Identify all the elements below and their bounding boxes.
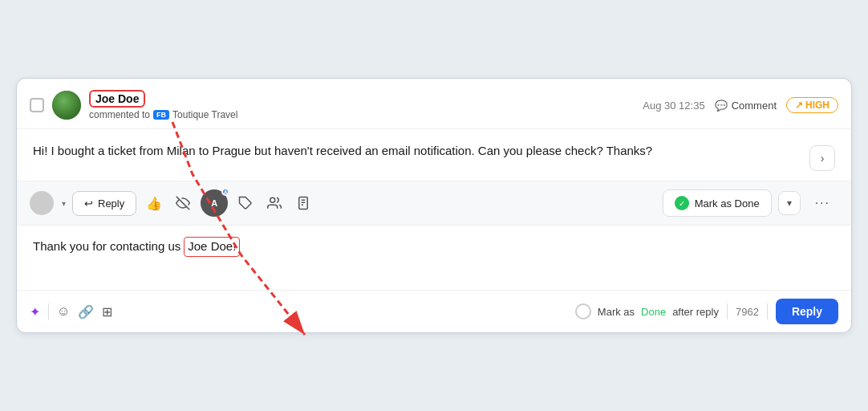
user-sub: commented to FB Toutique Travel	[89, 109, 237, 120]
done-check-icon: ✓	[675, 196, 689, 210]
reply-text: Thank you for contacting us Joe Doe!	[33, 237, 835, 257]
tag-icon[interactable]	[234, 192, 257, 214]
template-icon[interactable]: ⊞	[102, 304, 112, 319]
message-text: Hi! I bought a ticket from Milan to Prag…	[33, 142, 801, 161]
reply-label: Reply	[98, 197, 124, 210]
hide-icon[interactable]	[172, 192, 194, 214]
bottom-icons: ✦ ☺ 🔗 ⊞	[30, 303, 112, 319]
ai-dot: A	[221, 188, 229, 196]
select-checkbox[interactable]	[30, 98, 44, 112]
reply-icon: ↩	[84, 197, 93, 210]
more-options-button[interactable]: ···	[807, 190, 838, 216]
comment-type: 💬 Comment	[715, 100, 777, 112]
bottom-bar: ✦ ☺ 🔗 ⊞ Mark as Done after reply 7962 Re…	[17, 290, 851, 332]
user-action-text: commented to	[89, 109, 150, 120]
reply-prefix: Thank you for contacting us	[33, 238, 180, 256]
mark-done-label: Mark as Done	[695, 197, 760, 210]
mark-done-suffix: after reply	[672, 306, 719, 318]
icon-divider	[48, 303, 49, 319]
reply-area[interactable]: Thank you for contacting us Joe Doe!	[17, 226, 851, 290]
main-card: Joe Doe commented to FB Toutique Travel …	[16, 78, 852, 333]
toolbar: ▾ ↩ Reply 👍 A A	[17, 181, 851, 226]
link-icon[interactable]: 🔗	[78, 304, 94, 319]
priority-arrow-icon: ↗	[795, 100, 803, 111]
emoji-icon[interactable]: ☺	[57, 304, 70, 319]
mark-done-toggle[interactable]	[575, 303, 591, 319]
svg-point-2	[270, 197, 275, 202]
char-count: 7962	[736, 306, 759, 318]
agent-avatar	[30, 191, 54, 215]
header-meta: Aug 30 12:35 💬 Comment ↗ HIGH	[643, 97, 838, 113]
mark-done-dropdown-button[interactable]: ▾	[778, 191, 801, 215]
header-row: Joe Doe commented to FB Toutique Travel …	[17, 79, 851, 129]
like-icon[interactable]: 👍	[143, 192, 165, 214]
comment-icon: 💬	[715, 100, 728, 112]
expand-button[interactable]: ›	[809, 145, 835, 171]
mention-tag: Joe Doe!	[184, 237, 240, 257]
priority-label: HIGH	[805, 100, 829, 111]
comment-type-label: Comment	[732, 100, 777, 112]
timestamp: Aug 30 12:35	[643, 100, 704, 112]
ai-label: A	[211, 198, 217, 208]
user-name-box: Joe Doe	[89, 90, 145, 108]
page-name: Toutique Travel	[172, 109, 237, 120]
checkbox-area[interactable]	[30, 98, 44, 112]
done-status: Done	[641, 306, 666, 318]
reply-button[interactable]: ↩ Reply	[72, 191, 136, 216]
assign-icon[interactable]	[263, 192, 286, 214]
ai-badge[interactable]: A A	[201, 189, 228, 217]
avatar-dropdown-icon[interactable]: ▾	[62, 199, 66, 208]
priority-badge: ↗ HIGH	[786, 97, 838, 113]
bottom-divider	[727, 303, 728, 319]
user-info: Joe Doe commented to FB Toutique Travel	[89, 90, 237, 120]
mark-as-done-button[interactable]: ✓ Mark as Done	[663, 189, 772, 217]
bottom-divider-2	[767, 303, 768, 319]
avatar	[52, 91, 81, 120]
sparkle-icon[interactable]: ✦	[30, 304, 40, 319]
mark-done-text: Mark as	[598, 306, 635, 318]
message-body: Hi! I bought a ticket from Milan to Prag…	[17, 129, 851, 181]
mark-done-row: Mark as Done after reply	[575, 303, 719, 319]
note-icon[interactable]	[292, 192, 314, 214]
send-reply-button[interactable]: Reply	[776, 299, 838, 324]
fb-badge: FB	[153, 110, 169, 120]
user-name: Joe Doe	[95, 92, 139, 105]
